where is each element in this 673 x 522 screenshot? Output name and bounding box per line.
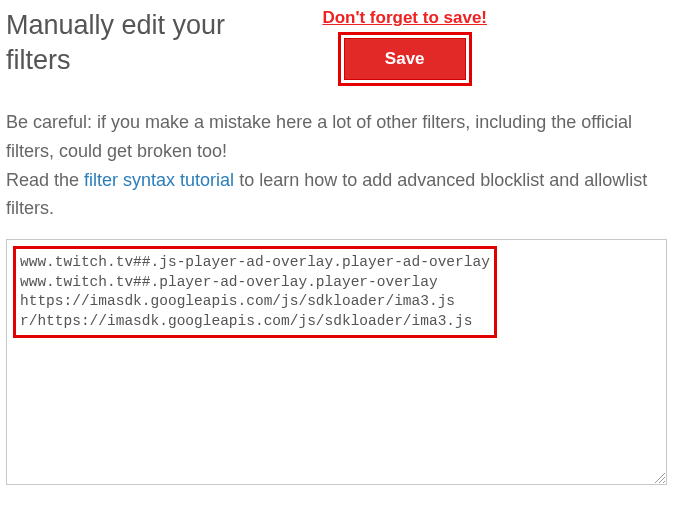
resize-handle-icon xyxy=(653,471,665,483)
header-row: Manually edit your filters Don't forget … xyxy=(6,8,667,86)
filters-editor[interactable]: www.twitch.tv##.js-player-ad-overlay.pla… xyxy=(6,239,667,485)
save-button-highlight: Save xyxy=(338,32,472,86)
warning-text: Be careful: if you make a mistake here a… xyxy=(6,108,667,223)
syntax-tutorial-link[interactable]: filter syntax tutorial xyxy=(84,170,234,190)
svg-line-2 xyxy=(663,481,665,483)
warning-line1: Be careful: if you make a mistake here a… xyxy=(6,112,632,161)
save-reminder: Don't forget to save! xyxy=(322,8,487,28)
svg-line-0 xyxy=(655,473,665,483)
save-button[interactable]: Save xyxy=(344,38,466,80)
svg-line-1 xyxy=(659,477,665,483)
filters-text[interactable]: www.twitch.tv##.js-player-ad-overlay.pla… xyxy=(20,253,490,331)
page-title: Manually edit your filters xyxy=(6,8,256,78)
warning-read: Read the xyxy=(6,170,84,190)
save-area: Don't forget to save! Save xyxy=(322,8,487,86)
filters-highlight: www.twitch.tv##.js-player-ad-overlay.pla… xyxy=(13,246,497,338)
